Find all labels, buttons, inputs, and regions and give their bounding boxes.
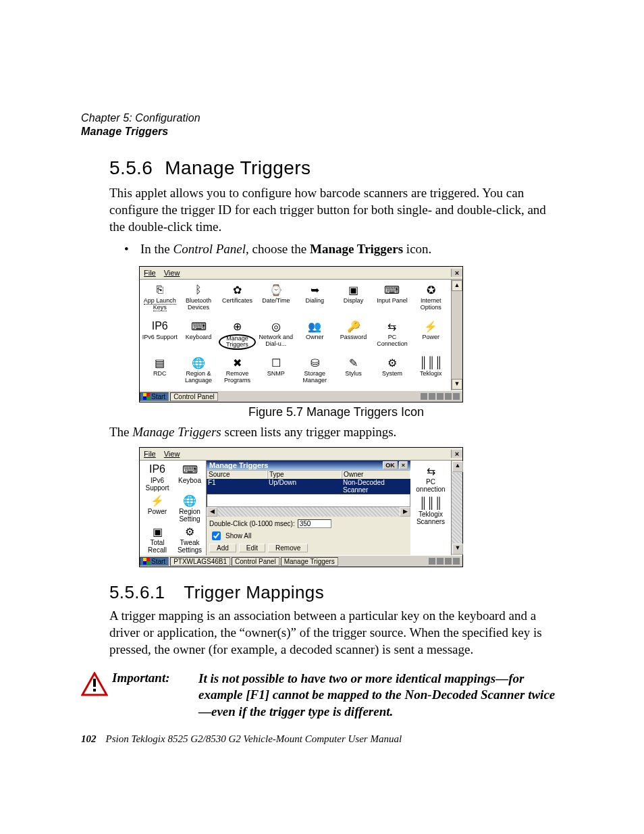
control-panel-icon[interactable]: 🌐Region & Language <box>180 355 217 390</box>
control-panel-icon[interactable]: ║║║Teklogix <box>412 355 450 390</box>
tweak-settings-icon: ⚙ <box>182 524 197 539</box>
control-panel-icon[interactable]: ⚙Tweak Settings <box>173 524 206 555</box>
cell-owner: Non-Decoded Scanner <box>342 479 410 494</box>
scroll-down-icon[interactable]: ▼ <box>452 544 463 554</box>
tray-icon[interactable] <box>421 393 427 400</box>
menu-view[interactable]: View <box>160 268 184 278</box>
control-panel-icon[interactable]: ⚡Power <box>412 319 450 354</box>
snmp-icon: ☐ <box>269 355 284 370</box>
control-panel-icon[interactable]: ☐SNMP <box>257 355 294 390</box>
intro-paragraph: This applet allows you to configure how … <box>109 184 563 235</box>
control-panel-icon[interactable]: ✪Internet Options <box>412 282 450 317</box>
menubar: File View × <box>140 448 462 461</box>
control-panel-icon[interactable]: ✎Stylus <box>335 355 372 390</box>
control-panel-icon[interactable]: ║║║Teklogix Scanners <box>410 496 451 528</box>
col-owner[interactable]: Owner <box>342 470 410 479</box>
icon-label: Total Recall <box>141 540 173 554</box>
control-panel-icon[interactable]: ◎Network and Dial-u... <box>257 319 294 354</box>
power-icon: ⚡ <box>423 319 438 334</box>
scrollbar[interactable]: ▲ ▼ <box>451 280 462 390</box>
show-all-checkbox[interactable] <box>212 531 221 540</box>
icon-label: SNMP <box>267 371 285 377</box>
control-panel-icon[interactable]: IP6IPv6 Support <box>141 319 178 354</box>
scroll-left-icon[interactable]: ◀ <box>207 507 217 517</box>
figure-caption: Figure 5.7 Manage Triggers Icon <box>109 405 563 419</box>
control-panel-icon[interactable]: ⚡Power <box>141 493 173 524</box>
list-area[interactable] <box>207 494 410 507</box>
keyboard-icon: ⌨ <box>191 319 206 334</box>
tray-icon[interactable] <box>429 558 435 565</box>
control-panel-icon[interactable]: ⌨Keyboa <box>173 462 206 493</box>
tray-icon[interactable] <box>437 393 444 400</box>
password-icon: 🔑 <box>346 319 361 334</box>
cell-source: F1 <box>207 479 267 494</box>
control-panel-icon[interactable]: 👥Owner <box>296 319 333 354</box>
icon-label: Display <box>344 298 364 304</box>
control-panel-icon[interactable]: ➥Dialing <box>296 282 333 317</box>
close-icon[interactable]: × <box>399 461 408 469</box>
control-panel-icon[interactable]: ✖Remove Programs <box>219 355 256 390</box>
control-panel-icon[interactable]: ⌨Input Panel <box>373 282 410 317</box>
scroll-down-icon[interactable]: ▼ <box>452 379 462 390</box>
network-and-dial-u--icon: ◎ <box>269 319 284 334</box>
control-panel-icon[interactable]: ▣Total Recall <box>141 524 173 555</box>
tray-icon[interactable] <box>445 393 452 400</box>
control-panel-icon[interactable]: ⇆PC Connection <box>373 319 410 354</box>
taskbar-item[interactable]: PTXWLAGS46B1 <box>170 557 230 566</box>
control-panel-icon[interactable]: ▤RDC <box>141 355 178 390</box>
scroll-up-icon[interactable]: ▲ <box>452 280 462 291</box>
menu-file[interactable]: File <box>140 268 160 278</box>
taskbar-item[interactable]: Control Panel <box>232 557 279 566</box>
tray-icon[interactable] <box>445 558 452 565</box>
control-panel-icon[interactable]: ⎘App Launch Keys <box>141 282 178 317</box>
h-scrollbar[interactable]: ◀ ▶ <box>207 507 410 517</box>
control-panel-icon[interactable]: IP6IPv6 Support <box>141 462 173 493</box>
col-source[interactable]: Source <box>207 470 267 479</box>
ok-button[interactable]: OK <box>383 461 398 469</box>
icon-label: Stylus <box>345 371 362 377</box>
column-headers: Source Type Owner <box>207 470 410 479</box>
menu-view[interactable]: View <box>160 449 184 459</box>
control-panel-icon[interactable]: ⚙System <box>373 355 410 390</box>
control-panel-icon[interactable]: 🌐Region Setting <box>173 493 206 524</box>
start-button[interactable]: Start <box>140 392 169 401</box>
icon-label: Teklogix <box>420 371 442 377</box>
icon-label: App Launch Keys <box>141 298 178 311</box>
control-panel-icon[interactable]: ⌚Date/Time <box>257 282 294 317</box>
control-panel-icon[interactable]: ▣Display <box>335 282 372 317</box>
ipv6-support-icon: IP6 <box>153 319 167 334</box>
tray-icon[interactable] <box>437 558 444 565</box>
control-panel-icon[interactable]: ᛒBluetooth Devices <box>180 282 217 317</box>
certificates-icon: ✿ <box>230 282 244 297</box>
control-panel-icon[interactable]: ⇆PC onnection <box>410 463 451 496</box>
tray-icon[interactable] <box>453 558 460 565</box>
edit-button[interactable]: Edit <box>239 544 265 552</box>
tray-icon[interactable] <box>453 393 460 400</box>
icon-label: IPv6 Support <box>141 477 173 492</box>
table-row[interactable]: F1 Up/Down Non-Decoded Scanner <box>207 479 410 494</box>
close-button[interactable]: × <box>451 450 462 458</box>
scroll-right-icon[interactable]: ▶ <box>400 507 410 517</box>
storage-manager-icon: ⛁ <box>307 355 322 370</box>
tray-icon[interactable] <box>429 393 435 400</box>
col-type[interactable]: Type <box>267 470 342 479</box>
control-panel-icon[interactable]: 🔑Password <box>335 319 372 354</box>
control-panel-icon[interactable]: ⊕Manage Triggers <box>219 319 256 354</box>
windows-flag-icon <box>143 393 150 400</box>
close-button[interactable]: × <box>451 269 462 277</box>
control-panel-icon[interactable]: ✿Certificates <box>219 282 256 317</box>
control-panel-icon[interactable]: ⌨Keyboard <box>180 319 217 354</box>
app-launch-keys-icon: ⎘ <box>153 282 167 297</box>
chapter-line: Chapter 5: Configuration <box>81 111 563 125</box>
double-click-input[interactable] <box>298 519 331 528</box>
add-button[interactable]: Add <box>209 544 236 552</box>
taskbar-item[interactable]: Manage Triggers <box>281 557 338 566</box>
start-button[interactable]: Start <box>140 557 169 566</box>
menu-file[interactable]: File <box>140 449 160 459</box>
scroll-up-icon[interactable]: ▲ <box>452 461 463 472</box>
remove-button[interactable]: Remove <box>268 544 308 552</box>
taskbar-control-panel[interactable]: Control Panel <box>170 392 218 401</box>
scrollbar[interactable]: ▲ ▼ <box>451 461 462 555</box>
control-panel-icon[interactable]: ⛁Storage Manager <box>296 355 333 390</box>
dialing-icon: ➥ <box>307 282 322 297</box>
